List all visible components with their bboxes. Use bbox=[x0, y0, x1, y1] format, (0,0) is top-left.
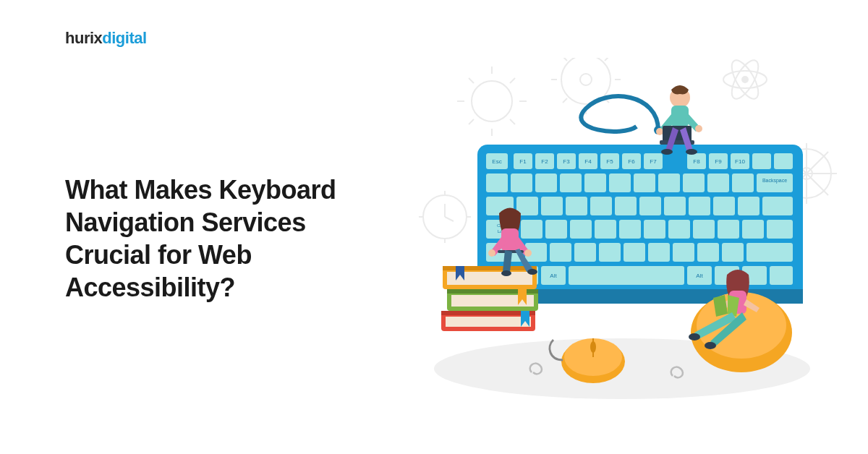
svg-rect-84 bbox=[697, 243, 719, 262]
svg-rect-42 bbox=[609, 174, 631, 192]
svg-rect-86 bbox=[746, 243, 793, 262]
books-stack-icon bbox=[441, 266, 538, 331]
svg-rect-71 bbox=[668, 220, 690, 239]
svg-rect-91 bbox=[569, 266, 684, 285]
svg-text:F2: F2 bbox=[541, 158, 548, 165]
svg-rect-73 bbox=[718, 220, 739, 239]
svg-rect-69 bbox=[619, 220, 641, 239]
svg-rect-40 bbox=[560, 174, 582, 192]
svg-text:F5: F5 bbox=[606, 158, 613, 165]
svg-rect-55 bbox=[615, 197, 637, 215]
svg-point-129 bbox=[689, 333, 700, 340]
svg-text:F10: F10 bbox=[735, 158, 745, 165]
svg-point-123 bbox=[501, 270, 511, 276]
svg-rect-66 bbox=[545, 220, 567, 239]
hero-illustration: Esc F1 F2 F3 F4 F5 F6 F7 F8 F9 F10 bbox=[405, 58, 839, 419]
svg-rect-85 bbox=[722, 243, 744, 262]
svg-text:F1: F1 bbox=[519, 158, 527, 165]
svg-rect-56 bbox=[639, 197, 661, 215]
svg-rect-48 bbox=[757, 174, 793, 192]
svg-rect-79 bbox=[574, 243, 596, 262]
svg-text:F8: F8 bbox=[693, 158, 700, 165]
svg-text:F4: F4 bbox=[584, 158, 592, 165]
svg-rect-68 bbox=[595, 220, 616, 239]
svg-point-130 bbox=[705, 342, 716, 349]
person-laptop-icon bbox=[656, 85, 702, 155]
svg-rect-75 bbox=[767, 220, 793, 239]
svg-rect-58 bbox=[689, 197, 710, 215]
svg-rect-46 bbox=[707, 174, 729, 192]
svg-text:F7: F7 bbox=[650, 158, 657, 165]
svg-point-6 bbox=[742, 77, 748, 82]
svg-rect-81 bbox=[624, 243, 645, 262]
svg-point-117 bbox=[686, 149, 697, 155]
svg-rect-70 bbox=[644, 220, 665, 239]
svg-rect-111 bbox=[671, 106, 689, 127]
svg-rect-43 bbox=[634, 174, 655, 192]
svg-text:F3: F3 bbox=[563, 158, 570, 165]
svg-rect-54 bbox=[590, 197, 612, 215]
svg-point-2 bbox=[580, 74, 592, 85]
logo-text-part2: digital bbox=[102, 29, 146, 47]
svg-rect-72 bbox=[693, 220, 715, 239]
svg-point-113 bbox=[695, 125, 702, 132]
svg-rect-57 bbox=[664, 197, 686, 215]
svg-point-116 bbox=[661, 149, 673, 155]
svg-text:Esc: Esc bbox=[492, 158, 501, 165]
svg-point-124 bbox=[527, 269, 537, 275]
svg-rect-65 bbox=[521, 220, 542, 239]
brand-logo: hurixdigital bbox=[65, 29, 147, 48]
svg-rect-61 bbox=[762, 197, 793, 215]
svg-rect-100 bbox=[446, 317, 531, 327]
svg-rect-44 bbox=[658, 174, 680, 192]
svg-point-120 bbox=[488, 249, 495, 257]
svg-text:Alt: Alt bbox=[550, 273, 557, 279]
svg-rect-38 bbox=[511, 174, 532, 192]
svg-rect-37 bbox=[486, 174, 508, 192]
svg-rect-60 bbox=[738, 197, 760, 215]
svg-rect-67 bbox=[570, 220, 592, 239]
svg-rect-78 bbox=[550, 243, 571, 262]
svg-rect-41 bbox=[584, 174, 606, 192]
svg-rect-53 bbox=[566, 197, 587, 215]
svg-text:Backspace: Backspace bbox=[762, 178, 787, 184]
logo-text-part1: hurix bbox=[65, 29, 102, 47]
svg-text:F9: F9 bbox=[715, 158, 722, 165]
svg-rect-36 bbox=[774, 153, 793, 169]
svg-rect-119 bbox=[501, 228, 519, 252]
svg-rect-80 bbox=[599, 243, 621, 262]
svg-point-0 bbox=[472, 81, 512, 121]
page-headline: What Makes Keyboard Navigation Services … bbox=[65, 174, 398, 304]
svg-rect-52 bbox=[541, 197, 563, 215]
svg-rect-39 bbox=[535, 174, 557, 192]
svg-point-112 bbox=[656, 128, 663, 135]
svg-rect-83 bbox=[673, 243, 694, 262]
svg-rect-45 bbox=[683, 174, 705, 192]
svg-text:Alt: Alt bbox=[696, 273, 703, 279]
svg-rect-35 bbox=[752, 153, 771, 169]
svg-point-109 bbox=[590, 341, 596, 353]
svg-rect-96 bbox=[770, 266, 793, 285]
svg-rect-59 bbox=[713, 197, 735, 215]
svg-rect-47 bbox=[732, 174, 754, 192]
svg-text:F6: F6 bbox=[628, 158, 635, 165]
svg-rect-74 bbox=[742, 220, 764, 239]
svg-point-121 bbox=[524, 249, 532, 257]
svg-rect-82 bbox=[648, 243, 670, 262]
